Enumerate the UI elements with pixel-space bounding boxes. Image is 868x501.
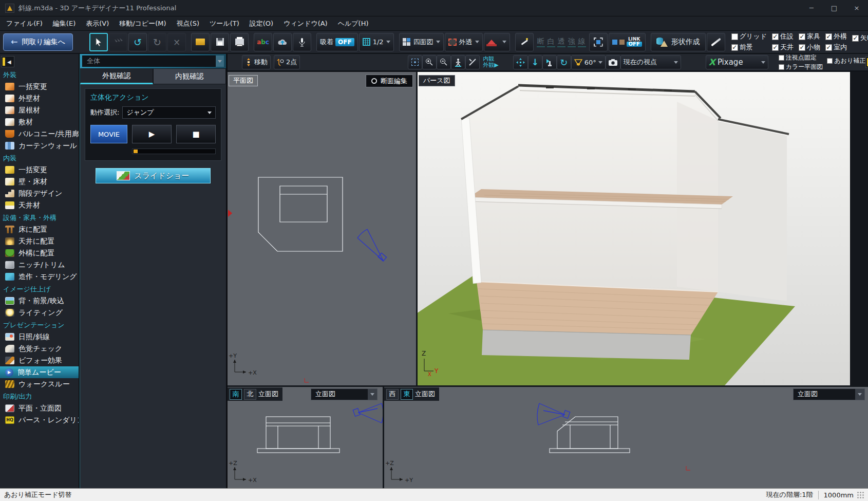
maximize-button[interactable]: □ bbox=[823, 0, 845, 16]
west-button[interactable]: 西 bbox=[386, 389, 399, 400]
perspective-viewport[interactable]: パース図 bbox=[418, 72, 850, 385]
back-to-floorplan-button[interactable]: ← 間取り編集へ bbox=[3, 33, 73, 51]
text-color-tool-button[interactable]: abc bbox=[254, 33, 272, 51]
sidebar-item-curtain-wall[interactable]: カーテンウォール bbox=[0, 140, 79, 152]
sidebar-item-place-exterior[interactable]: 外構に配置 bbox=[0, 247, 79, 259]
strong-line-button[interactable]: 強 bbox=[568, 37, 576, 47]
playback-slider[interactable] bbox=[132, 149, 216, 154]
sidebar-item-stairs-design[interactable]: 階段デザイン bbox=[0, 188, 79, 199]
sidebar-item-balcony[interactable]: バルコニー/共用廊下 bbox=[0, 128, 79, 140]
menu-move-copy[interactable]: 移動/コピー(M) bbox=[119, 19, 166, 28]
white-line-button[interactable]: 白 bbox=[547, 37, 555, 47]
menu-tools[interactable]: ツール(T) bbox=[210, 19, 239, 28]
sidebar-item-place-on-floor[interactable]: 床に配置 bbox=[0, 224, 79, 235]
ceiling-checkbox[interactable]: 天井 bbox=[772, 43, 794, 52]
sidebar-item-wall-material[interactable]: 外壁材 bbox=[0, 92, 79, 104]
south-button[interactable]: 南 bbox=[230, 389, 242, 400]
resize-grip[interactable] bbox=[857, 491, 864, 498]
sidebar-item-ceiling-material[interactable]: 天井材 bbox=[0, 199, 79, 211]
move-view-button[interactable]: 移動 bbox=[242, 55, 271, 69]
viewpoint-dropdown[interactable]: 現在の視点 bbox=[620, 55, 681, 69]
sidebar-item-bulk-change-interior[interactable]: 一括変更 bbox=[0, 164, 79, 176]
tilt-correction-checkbox[interactable]: あおり補正 bbox=[827, 57, 865, 65]
sidebar-item-roof-material[interactable]: 屋根材 bbox=[0, 104, 79, 116]
delete-button[interactable]: × bbox=[167, 33, 186, 51]
sidebar-item-background[interactable]: 背・前景/映込 bbox=[0, 295, 79, 307]
camera-height-button[interactable] bbox=[542, 55, 557, 69]
undo-button[interactable]: ↺ bbox=[128, 33, 147, 51]
sidebar-item-wall-floor[interactable]: 壁・床材 bbox=[0, 176, 79, 188]
magic-wand-button[interactable] bbox=[515, 33, 534, 51]
pan-button[interactable] bbox=[513, 55, 528, 69]
outline-button[interactable]: 線 bbox=[578, 37, 586, 47]
zoom-in-button[interactable] bbox=[422, 55, 437, 69]
walk-mode-button[interactable] bbox=[451, 55, 465, 69]
print-button[interactable] bbox=[230, 33, 249, 51]
menu-settings[interactable]: 設定(O) bbox=[250, 19, 273, 28]
menu-viewpoint[interactable]: 視点(S) bbox=[177, 19, 199, 28]
sidebar-item-color-check[interactable]: 色覚チェック bbox=[0, 343, 79, 355]
sidebar-item-easy-movie[interactable]: 簡単ムービー bbox=[0, 366, 79, 378]
stop-button[interactable]: ■ bbox=[176, 125, 216, 143]
roof-display-dropdown[interactable] bbox=[484, 33, 510, 51]
grid-scale-dropdown[interactable]: 1/2 bbox=[359, 33, 394, 51]
elevation-south-north-viewport[interactable]: 南 北 立面図 立面図 bbox=[228, 387, 383, 488]
arrow-checkbox[interactable]: 矢印 bbox=[852, 33, 868, 43]
zoom-out-button[interactable] bbox=[437, 55, 451, 69]
open-file-button[interactable] bbox=[191, 33, 210, 51]
redo-button[interactable]: ↻ bbox=[148, 33, 166, 51]
menu-edit[interactable]: 編集(E) bbox=[53, 19, 76, 28]
lock-target-checkbox[interactable]: 注視点固定 bbox=[779, 53, 823, 62]
menu-window[interactable]: ウィンドウ(A) bbox=[284, 19, 328, 28]
elevation-west-east-viewport[interactable]: 西 東 立面図 立面図 bbox=[384, 387, 868, 488]
sidebar-item-paving-material[interactable]: 敷材 bbox=[0, 116, 79, 128]
pixage-dropdown[interactable]: X Pixage bbox=[706, 55, 768, 69]
measure-pen-button[interactable] bbox=[707, 33, 725, 51]
scope-dropdown-arrow[interactable] bbox=[216, 55, 224, 67]
section-edit-button[interactable]: 断面編集 bbox=[366, 75, 413, 87]
accessories-checkbox[interactable]: 小物 bbox=[799, 43, 820, 52]
sidebar-collapse-button[interactable] bbox=[1, 56, 14, 67]
scope-dropdown[interactable]: 全体 bbox=[82, 55, 216, 67]
sidebar-item-before-effect[interactable]: ビフォー効果 bbox=[0, 355, 79, 366]
menu-view[interactable]: 表示(V) bbox=[86, 19, 109, 28]
interior-exterior-switch[interactable]: 内観 外観▶ bbox=[483, 56, 498, 68]
sidebar-item-walkthrough[interactable]: ウォークスルー bbox=[0, 378, 79, 390]
slideshow-button[interactable]: スライドショー bbox=[96, 168, 211, 183]
frame-select-button[interactable] bbox=[589, 33, 608, 51]
snap-toggle-button[interactable]: 吸着 OFF bbox=[316, 33, 358, 51]
menu-file[interactable]: ファイル(F) bbox=[6, 19, 43, 28]
move-down-button[interactable]: ↓ bbox=[528, 55, 542, 69]
multi-select-tool-button[interactable] bbox=[109, 33, 127, 51]
interior-checkbox[interactable]: 室内 bbox=[825, 43, 847, 52]
shape-create-button[interactable]: 形状作成 bbox=[651, 33, 706, 51]
sidebar-item-bulk-change-exterior[interactable]: 一括変更 bbox=[0, 81, 79, 92]
right-panel-collapse-button[interactable] bbox=[865, 57, 868, 68]
transparent-line-button[interactable]: 透 bbox=[557, 37, 565, 47]
north-button[interactable]: 北 bbox=[244, 389, 256, 400]
view-settings-button[interactable] bbox=[465, 55, 480, 69]
furniture-checkbox[interactable]: 家具 bbox=[799, 32, 820, 41]
exterior-checkbox[interactable]: 外構 bbox=[825, 32, 847, 41]
sidebar-item-place-on-ceiling[interactable]: 天井に配置 bbox=[0, 235, 79, 247]
slider-knob[interactable] bbox=[134, 150, 138, 153]
see-through-dropdown[interactable]: 外透 bbox=[445, 33, 483, 51]
cloud-upload-button[interactable] bbox=[273, 33, 292, 51]
foreground-checkbox[interactable]: 前景 bbox=[731, 43, 767, 52]
menu-help[interactable]: ヘルプ(H) bbox=[338, 19, 369, 28]
sidebar-item-lighting[interactable]: ライティング bbox=[0, 307, 79, 319]
link-toggle-button[interactable]: LINK OFF bbox=[609, 33, 646, 51]
two-point-button[interactable]: 2点 bbox=[274, 55, 300, 69]
movie-button[interactable]: MOVIE bbox=[90, 125, 127, 143]
fov-dropdown[interactable]: 60° bbox=[571, 55, 606, 69]
rotate-view-button[interactable]: ↻ bbox=[557, 55, 571, 69]
color-plan-checkbox[interactable]: カラー平面図 bbox=[779, 63, 823, 71]
close-button[interactable]: × bbox=[845, 0, 868, 16]
snapshot-button[interactable] bbox=[606, 55, 620, 69]
grid-checkbox[interactable]: グリッド bbox=[731, 32, 767, 41]
elevation-type-dropdown[interactable]: 立面図 bbox=[793, 388, 865, 400]
fixtures-checkbox[interactable]: 住設 bbox=[772, 32, 794, 41]
motion-dropdown[interactable]: ジャンプ bbox=[122, 106, 216, 119]
elevation-type-dropdown[interactable]: 立面図 bbox=[311, 388, 378, 400]
section-line-button[interactable]: 断 bbox=[537, 37, 545, 47]
